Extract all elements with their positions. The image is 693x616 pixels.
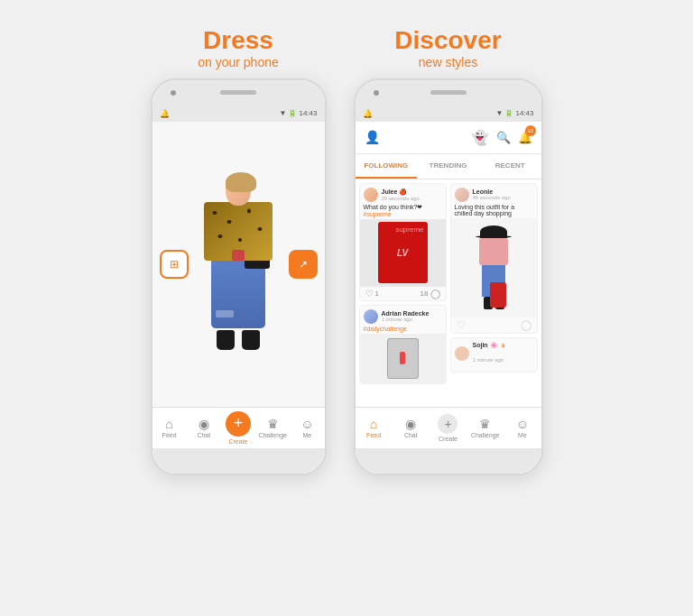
julee-like-count: 1 [375,290,379,298]
nav-me-right[interactable]: ☺ Me [506,418,539,438]
adrian-text: #dailychallenge [360,326,446,334]
comment-count-julee: 18 [420,290,429,298]
search-icon[interactable]: 🔍 [496,131,511,144]
leonie-name: Leonie [473,188,511,195]
crown-badge-sojin: ♛ [501,342,505,348]
julee-meta: Julee 🍎 20 seconds ago [382,188,420,201]
wifi-icon: ▼ [280,109,287,117]
post-leonie-header: Leonie 48 seconds ago [451,184,537,204]
julee-actions: ♡ 1 18 ◯ [360,287,446,300]
phone-top-right [356,80,541,106]
post-julee-header: Julee 🍎 20 seconds ago [360,184,446,204]
nav-create-right[interactable]: + Create [431,414,464,442]
speaker-right [430,90,467,95]
sojin-name-row: Sojin 🌸 ♛ [473,342,505,349]
nav-feed-left[interactable]: ⌂ Feed [153,418,186,438]
feed-content: Julee 🍎 20 seconds ago What do you think… [356,179,541,407]
camera-left [171,90,176,96]
nav-feed-right[interactable]: ⌂ Feed [357,418,390,438]
julee-likes: ♡ 1 [365,289,379,299]
nav-create-label-right: Create [439,436,457,442]
nav-create-label-left: Create [228,438,247,445]
nav-chat-label-right: Chat [404,432,418,438]
leonie-meta: Leonie 48 seconds ago [473,188,511,200]
heart-icon-leonie[interactable]: ♡ [457,319,466,331]
battery-icon-right: 🔋 [504,109,513,117]
nav-challenge-label-right: Challenge [471,432,500,438]
adrian-meta: Adrian Radecke 1 minute ago [382,310,430,322]
chat-icon-right: ◉ [405,418,416,430]
plus-icon-left: + [234,414,244,433]
heart-icon-julee[interactable]: ♡ [365,289,374,299]
nav-me-left[interactable]: ☺ Me [291,418,323,438]
person-icon-left: ☺ [300,418,313,430]
time-left: 14:43 [299,109,317,117]
outfit-container: ⊞ [152,122,325,407]
adrian-time: 1 minute ago [382,317,430,322]
jacket [204,202,273,261]
nav-me-label-right: Me [518,432,527,438]
tab-recent[interactable]: RECENT [479,154,541,179]
discover-header: 👤 👻 🔍 🔔 10 [356,122,541,154]
nav-feed-label-right: Feed [366,432,381,438]
nav-challenge-right[interactable]: ♛ Challenge [469,418,502,438]
left-phone: 🔔 ▼ 🔋 14:43 ⊞ [151,78,327,475]
comment-icon-leonie[interactable]: ◯ [521,319,531,331]
julee-comments: 18 ◯ [420,289,440,299]
status-bar-right: 🔔 ▼ 🔋 14:43 [356,106,541,122]
left-title: Dress [203,27,273,55]
leonie-actions: ♡ ◯ [451,317,537,333]
phone-top-left [152,80,325,106]
post-adrian: Adrian Radecke 1 minute ago #dailychalle… [359,305,447,384]
crown-icon-right: ♛ [479,418,491,430]
feed-col-2: Leonie 48 seconds ago Loving this outfit… [450,183,538,403]
tab-following[interactable]: FOLLOWING [356,154,418,179]
nav-challenge-left[interactable]: ♛ Challenge [256,418,289,438]
hair [226,172,256,192]
status-icons-right: ▼ 🔋 14:43 [496,109,534,117]
main-container: Dress on your phone 🔔 ▼ 🔋 14:43 ⊞ [0,0,693,475]
chat-icon-left: ◉ [199,418,209,430]
bell-container: 🔔 10 [518,129,532,145]
status-bar-left: 🔔 ▼ 🔋 14:43 [152,106,325,122]
phone-bottom-right [356,448,541,473]
nav-create-left[interactable]: + Create [222,411,254,445]
nav-chat-right[interactable]: ◉ Chat [394,418,427,438]
sojin-header: Sojin 🌸 ♛ 1 minute ago [455,342,533,365]
leonie-time: 48 seconds ago [473,195,511,200]
person-icon-right: ☺ [516,418,529,430]
sojin-time: 1 minute ago [473,357,504,363]
right-section: Discover new styles 🔔 ▼ 🔋 14:43 👤 [354,27,543,475]
tab-trending[interactable]: TRENDING [417,154,479,179]
create-button-right[interactable]: + [438,414,457,434]
adrian-avatar [364,309,378,324]
tabs-row: FOLLOWING TRENDING RECENT [356,154,541,179]
mannequin [193,174,283,354]
nav-challenge-label-left: Challenge [258,432,287,438]
create-button-left[interactable]: + [226,411,251,437]
leonie-outfit [479,225,508,309]
sojin-avatar [455,346,469,361]
post-julee: Julee 🍎 20 seconds ago What do you think… [359,183,447,301]
left-section: Dress on your phone 🔔 ▼ 🔋 14:43 ⊞ [151,27,327,475]
time-right: 14:43 [515,109,533,117]
right-phone: 🔔 ▼ 🔋 14:43 👤 👻 🔍 🔔 10 [354,78,543,475]
sojin-name: Sojin 🌸 [473,342,498,349]
speaker-left [220,90,256,95]
camera-right [374,90,379,96]
sheer-top [387,338,419,379]
jeans [211,261,265,328]
add-person-icon[interactable]: 👤 [365,130,380,144]
nav-me-label-left: Me [302,432,311,438]
julee-text: What do you think?❤ #supreme [360,204,446,219]
status-icons-left: ▼ 🔋 14:43 [280,109,318,117]
bottom-nav-left: ⌂ Feed ◉ Chat + Create ♛ [152,407,325,448]
mini-sweater [479,238,508,265]
share-button[interactable]: ↗ [289,250,318,279]
comment-icon-julee[interactable]: ◯ [430,289,440,299]
left-subtitle: on your phone [198,55,279,69]
julee-post-image: LV supreme [360,219,446,287]
adrian-post-image [360,334,446,383]
feed-col-1: Julee 🍎 20 seconds ago What do you think… [359,183,447,403]
nav-chat-left[interactable]: ◉ Chat [188,418,220,438]
